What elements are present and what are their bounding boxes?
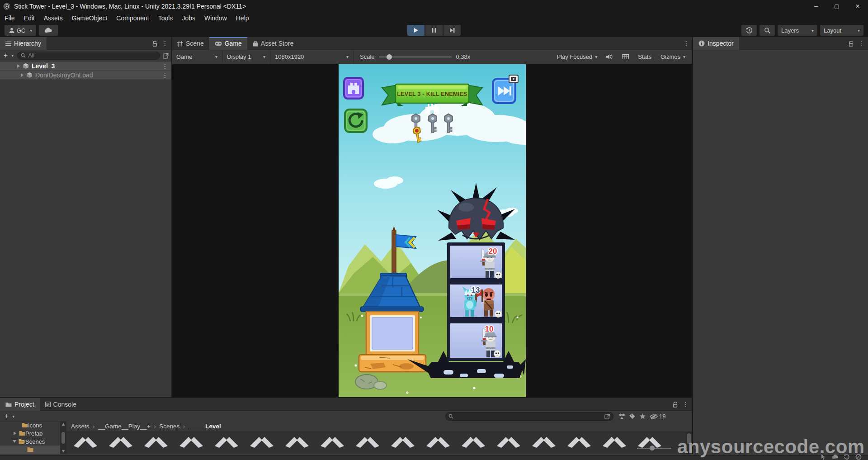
game-view-menu-icon[interactable]: ⋮	[683, 40, 689, 47]
menu-window[interactable]: Window	[200, 14, 231, 22]
undo-history-button[interactable]	[741, 25, 757, 36]
tab-scene[interactable]: Scene	[172, 37, 209, 50]
hidden-items-indicator[interactable]: 19	[650, 413, 665, 420]
menu-help[interactable]: Help	[231, 14, 254, 22]
asset-chevron-icon[interactable]	[355, 434, 380, 451]
breadcrumb-game-play[interactable]: __Game__Play__+	[98, 423, 151, 430]
panel-divider[interactable]	[0, 397, 692, 398]
asset-chevron-icon[interactable]	[496, 434, 521, 451]
lock-icon[interactable]	[152, 41, 157, 47]
hierarchy-add-button[interactable]: +▾	[3, 52, 14, 60]
icon-size-slider[interactable]	[637, 446, 671, 451]
menu-gameobject[interactable]: GameObject	[67, 14, 112, 22]
restart-button[interactable]	[345, 109, 367, 132]
pause-button[interactable]	[425, 25, 443, 36]
panel-divider[interactable]	[692, 37, 693, 454]
breadcrumb-assets[interactable]: Assets	[71, 423, 90, 430]
folder-row-icons[interactable]: Icons	[0, 421, 60, 429]
asset-chevron-icon[interactable]	[179, 434, 204, 451]
folder-row-selected[interactable]	[0, 446, 60, 454]
asset-chevron-icon[interactable]	[461, 434, 486, 451]
mute-audio-button[interactable]	[602, 50, 617, 64]
scroll-up-icon[interactable]: ▲	[62, 422, 65, 426]
fast-forward-button[interactable]	[493, 75, 518, 103]
tab-asset-store[interactable]: Asset Store	[247, 37, 299, 50]
expand-arrow-icon[interactable]	[14, 432, 16, 435]
expand-arrow-icon[interactable]	[21, 73, 24, 77]
account-dropdown[interactable]: GC ▾	[5, 25, 36, 36]
step-button[interactable]	[443, 25, 461, 36]
folder-row-prefab[interactable]: Prefab	[0, 429, 60, 437]
type-filter-icon[interactable]	[618, 413, 625, 420]
stats-button[interactable]: Stats	[634, 50, 656, 64]
focus-mode-dropdown[interactable]: Play Focused▾	[552, 50, 601, 64]
play-button[interactable]	[407, 25, 425, 36]
project-add-button[interactable]: +▾	[4, 412, 15, 420]
project-search-input[interactable]	[445, 412, 613, 421]
asset-chevron-icon[interactable]	[284, 434, 310, 451]
search-button[interactable]	[760, 25, 775, 36]
asset-chevron-icon[interactable]	[143, 434, 169, 451]
asset-chevron-icon[interactable]	[602, 434, 627, 451]
resolution-dropdown[interactable]: 1080x1920▾	[270, 50, 354, 64]
tab-inspector[interactable]: Inspector	[693, 37, 739, 50]
game-mode-dropdown[interactable]: Game▾	[172, 50, 222, 64]
tab-game[interactable]: Game	[209, 37, 247, 50]
layout-dropdown[interactable]: Layout ▾	[820, 25, 863, 36]
asset-chevron-icon[interactable]	[249, 434, 274, 451]
asset-chevron-icon[interactable]	[390, 434, 415, 451]
tab-console[interactable]: Console	[40, 398, 82, 411]
breadcrumb-scenes[interactable]: Scenes	[159, 423, 179, 430]
search-scope-icon[interactable]	[604, 413, 610, 419]
asset-chevron-icon[interactable]	[531, 434, 557, 451]
layers-dropdown[interactable]: Layers ▾	[778, 25, 817, 36]
item-menu-icon[interactable]: ⋮	[162, 62, 168, 70]
asset-chevron-icon[interactable]	[214, 434, 239, 451]
project-menu-icon[interactable]: ⋮	[682, 401, 689, 408]
hierarchy-item-level-3[interactable]: Level_3 ⋮	[0, 62, 172, 71]
hierarchy-item-dontdestroyonload[interactable]: DontDestroyOnLoad ⋮	[0, 71, 172, 80]
menu-file[interactable]: File	[0, 14, 19, 22]
tab-project[interactable]: Project	[0, 398, 40, 411]
scale-slider-knob[interactable]	[387, 54, 392, 60]
minimize-button[interactable]: ─	[806, 0, 826, 13]
display-dropdown[interactable]: Display 1▾	[222, 50, 270, 64]
lock-icon[interactable]	[673, 402, 678, 408]
menu-component[interactable]: Component	[112, 14, 153, 22]
asset-chevron-icon[interactable]	[566, 434, 592, 451]
menu-assets[interactable]: Assets	[39, 14, 67, 22]
close-button[interactable]: ✕	[847, 0, 868, 13]
menu-jobs[interactable]: Jobs	[177, 14, 200, 22]
tab-hierarchy[interactable]: Hierarchy	[0, 37, 47, 50]
menu-edit[interactable]: Edit	[19, 14, 39, 22]
lock-icon[interactable]	[849, 41, 854, 47]
scale-slider[interactable]	[379, 57, 452, 57]
hierarchy-menu-icon[interactable]: ⋮	[162, 40, 168, 47]
scene-picker-icon[interactable]	[163, 52, 169, 59]
expand-arrow-icon[interactable]	[17, 64, 20, 68]
panel-divider[interactable]	[171, 37, 172, 397]
favorites-star-icon[interactable]	[639, 413, 646, 420]
item-menu-icon[interactable]: ⋮	[162, 71, 168, 79]
label-tag-icon[interactable]	[629, 413, 636, 420]
hierarchy-search-input[interactable]: All	[17, 52, 160, 60]
asset-chevron-icon[interactable]	[73, 434, 98, 451]
cloud-button[interactable]	[39, 25, 58, 36]
scroll-down-icon[interactable]: ▼	[62, 449, 65, 453]
breadcrumb-level[interactable]: _____Level	[189, 423, 221, 430]
castle-menu-button[interactable]	[344, 78, 363, 99]
icon-size-knob[interactable]	[650, 446, 655, 451]
maximize-button[interactable]: ▢	[826, 0, 847, 13]
gizmos-dropdown[interactable]: Gizmos▾	[656, 50, 689, 64]
asset-chevron-icon[interactable]	[320, 434, 345, 451]
game-render[interactable]: 20 13 10	[339, 64, 526, 397]
asset-chevron-icon[interactable]	[425, 434, 451, 451]
asset-chevron-icon[interactable]	[108, 434, 133, 451]
vsync-grid-button[interactable]	[618, 50, 633, 64]
folder-row-scenes[interactable]: Scenes	[0, 437, 60, 446]
inspector-menu-icon[interactable]: ⋮	[858, 40, 864, 47]
scrollbar-thumb[interactable]	[61, 432, 65, 444]
tree-scrollbar[interactable]: ▲ ▼	[60, 421, 66, 454]
menu-tools[interactable]: Tools	[154, 14, 178, 22]
collapse-arrow-icon[interactable]	[13, 440, 16, 443]
